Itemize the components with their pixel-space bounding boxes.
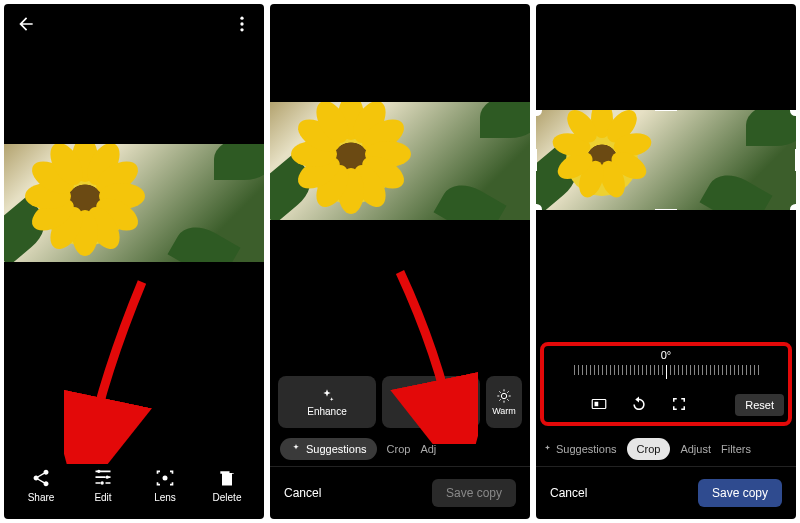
photo-preview[interactable] [270, 16, 530, 376]
crop-edge-top[interactable] [655, 110, 677, 111]
back-icon[interactable] [16, 14, 36, 38]
tab-suggestions[interactable]: Suggestions [542, 443, 617, 455]
cancel-button[interactable]: Cancel [284, 486, 321, 500]
svg-rect-8 [592, 400, 606, 409]
dynamic-button[interactable]: Dynamic [382, 376, 480, 428]
svg-point-3 [101, 481, 104, 484]
svg-point-2 [240, 28, 243, 31]
cancel-button[interactable]: Cancel [550, 486, 587, 500]
lens-button[interactable]: Lens [140, 468, 190, 503]
svg-point-5 [97, 470, 100, 473]
editor-bottom-bar: Cancel Save copy [270, 467, 530, 519]
crop-handle-br[interactable] [790, 204, 796, 210]
crop-edge-left[interactable] [536, 149, 537, 171]
photo-image [4, 144, 264, 262]
tab-crop[interactable]: Crop [627, 438, 671, 460]
lens-label: Lens [154, 492, 176, 503]
svg-point-4 [106, 476, 109, 479]
svg-rect-9 [595, 402, 599, 407]
rotate-icon[interactable] [630, 395, 648, 415]
tab-crop[interactable]: Crop [387, 443, 411, 455]
enhance-button[interactable]: Enhance [278, 376, 376, 428]
tab-suggestions-label: Suggestions [306, 443, 367, 455]
top-bar [4, 4, 264, 48]
save-copy-button[interactable]: Save copy [698, 479, 782, 507]
reset-button[interactable]: Reset [735, 394, 784, 416]
delete-label: Delete [213, 492, 242, 503]
expand-icon[interactable] [670, 395, 688, 415]
tab-suggestions[interactable]: Suggestions [280, 438, 377, 460]
delete-button[interactable]: Delete [202, 468, 252, 503]
crop-controls: 0° Reset [536, 344, 796, 428]
aspect-ratio-icon[interactable] [590, 395, 608, 415]
tab-crop-label: Crop [637, 443, 661, 455]
share-label: Share [28, 492, 55, 503]
tab-adjust[interactable]: Adjust [680, 443, 711, 455]
edit-label: Edit [94, 492, 111, 503]
tab-suggestions-label: Suggestions [556, 443, 617, 455]
photo-editor-crop-screen: 0° Reset Suggestions Crop [536, 4, 796, 519]
edit-button[interactable]: Edit [78, 468, 128, 503]
dynamic-label: Dynamic [412, 406, 451, 417]
editor-tabs: Suggestions Crop Adj [270, 428, 530, 466]
photo-image [270, 102, 530, 220]
crop-edge-right[interactable] [795, 149, 796, 171]
warm-button[interactable]: Warm [486, 376, 522, 428]
suggestion-buttons: Enhance Dynamic Warm [270, 376, 530, 428]
svg-point-0 [240, 17, 243, 20]
crop-handle-tl[interactable] [536, 110, 542, 116]
tab-filters[interactable]: Filters [721, 443, 751, 455]
photo-image [536, 110, 796, 210]
save-copy-button[interactable]: Save copy [432, 479, 516, 507]
editor-bottom-bar: Cancel Save copy [536, 467, 796, 519]
crop-toolbar: Reset [536, 384, 796, 428]
svg-point-7 [501, 393, 506, 398]
rotation-scale[interactable]: 0° [536, 344, 796, 384]
rotation-angle-label: 0° [661, 349, 672, 361]
svg-point-1 [240, 22, 243, 25]
rotation-ticks [574, 365, 759, 379]
warm-label: Warm [492, 406, 516, 416]
more-icon[interactable] [232, 14, 252, 38]
photo-preview[interactable] [4, 48, 264, 458]
editor-tabs: Suggestions Crop Adjust Filters [536, 428, 796, 466]
share-button[interactable]: Share [16, 468, 66, 503]
photo-viewer-screen: Share Edit Lens Delete [4, 4, 264, 519]
svg-point-6 [163, 476, 168, 481]
crop-edge-bottom[interactable] [655, 209, 677, 210]
crop-preview[interactable] [536, 16, 796, 227]
tab-adjust[interactable]: Adj [420, 443, 436, 455]
photo-editor-suggestions-screen: Enhance Dynamic Warm Suggestions Crop Ad… [270, 4, 530, 519]
bottom-action-bar: Share Edit Lens Delete [4, 458, 264, 519]
enhance-label: Enhance [307, 406, 346, 417]
